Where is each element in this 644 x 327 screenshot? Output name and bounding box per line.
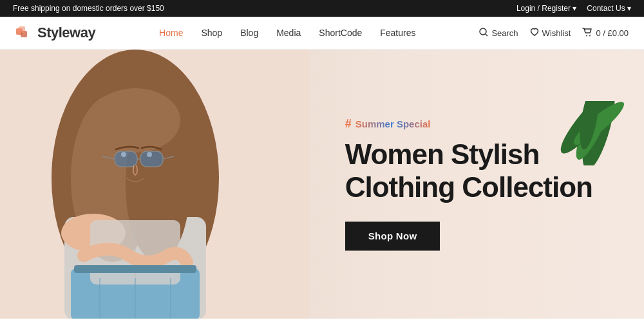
svg-point-3	[480, 28, 486, 35]
nav-link-home[interactable]: Home	[159, 28, 183, 38]
hero-tag: # Summer Special	[345, 117, 592, 131]
svg-rect-31	[74, 265, 196, 273]
announcement-text: Free shipping on domestic orders over $1…	[13, 4, 164, 13]
search-icon	[479, 28, 488, 39]
wishlist-action[interactable]: Wishlist	[530, 28, 571, 39]
hero-section: # Summer Special Women Stylish Clothing …	[0, 50, 644, 319]
login-register-link[interactable]: Login / Register ▾	[516, 4, 576, 13]
svg-point-5	[586, 35, 587, 36]
svg-point-20	[90, 88, 180, 153]
hero-tag-symbol: #	[345, 117, 352, 131]
hero-tag-text: Summer Special	[355, 118, 431, 129]
nav-link-blog[interactable]: Blog	[240, 28, 258, 38]
nav-item-shortcode[interactable]: ShortCode	[319, 27, 362, 39]
announcement-actions: Login / Register ▾ Contact Us ▾	[516, 4, 631, 13]
nav-actions: Search Wishlist 0 / £0.00	[479, 28, 629, 39]
wishlist-label: Wishlist	[542, 28, 571, 38]
hero-title-line2: Clothing Collection	[345, 171, 592, 203]
nav-item-shop[interactable]: Shop	[201, 27, 222, 39]
navbar: Styleway Home Shop Blog Media ShortCode …	[0, 17, 644, 50]
nav-item-features[interactable]: Features	[380, 27, 415, 39]
nav-link-shortcode[interactable]: ShortCode	[319, 28, 362, 38]
nav-links: Home Shop Blog Media ShortCode Features	[159, 27, 415, 39]
svg-point-6	[589, 35, 591, 36]
hero-title: Women Stylish Clothing Collection	[345, 138, 592, 203]
nav-link-shop[interactable]: Shop	[201, 28, 222, 38]
svg-point-26	[121, 152, 126, 157]
svg-point-27	[147, 152, 152, 157]
cart-action[interactable]: 0 / £0.00	[582, 28, 629, 39]
hero-model-image	[0, 50, 309, 319]
cart-label: 0 / £0.00	[596, 28, 629, 38]
announcement-bar: Free shipping on domestic orders over $1…	[0, 0, 644, 17]
nav-item-media[interactable]: Media	[276, 27, 301, 39]
nav-link-features[interactable]: Features	[380, 28, 415, 38]
svg-rect-2	[19, 26, 25, 33]
heart-icon	[530, 28, 539, 39]
nav-item-blog[interactable]: Blog	[240, 27, 258, 39]
cart-icon	[582, 28, 592, 39]
hero-content: # Summer Special Women Stylish Clothing …	[345, 117, 592, 250]
hero-title-line1: Women Stylish	[345, 138, 540, 170]
search-action[interactable]: Search	[479, 28, 518, 39]
nav-link-media[interactable]: Media	[276, 28, 301, 38]
logo-text: Styleway	[37, 24, 95, 41]
logo[interactable]: Styleway	[15, 24, 95, 41]
contact-link[interactable]: Contact Us ▾	[587, 4, 631, 13]
search-label: Search	[491, 28, 518, 38]
nav-item-home[interactable]: Home	[159, 27, 183, 39]
svg-line-4	[486, 34, 488, 36]
logo-icon	[15, 24, 32, 41]
shop-now-button[interactable]: Shop Now	[345, 222, 440, 251]
